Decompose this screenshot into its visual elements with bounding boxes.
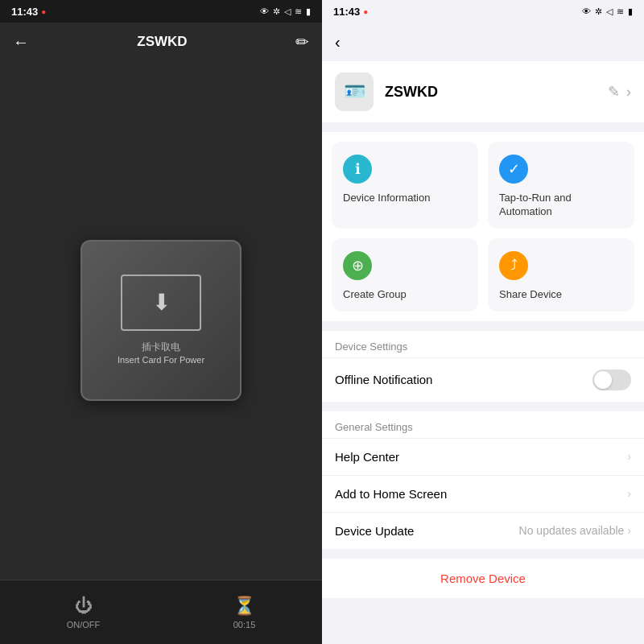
edit-icon[interactable]: ✎ xyxy=(608,83,620,101)
help-center-row[interactable]: Help Center › xyxy=(322,438,644,475)
general-settings-section: General Settings Help Center › Add to Ho… xyxy=(322,411,644,549)
timer-button[interactable]: ⏳ 00:15 xyxy=(233,596,256,630)
device-update-row[interactable]: Device Update No updates available › xyxy=(322,512,644,549)
right-status-dot: ● xyxy=(363,7,368,16)
help-center-chevron: › xyxy=(627,450,631,463)
device-settings-section: Device Settings Offline Notification xyxy=(322,331,644,402)
device-information-icon: ℹ xyxy=(343,155,372,184)
general-settings-title: General Settings xyxy=(322,411,644,438)
remove-device-button[interactable]: Remove Device xyxy=(440,572,526,585)
tap-to-run-label: Tap-to-Run and Automation xyxy=(499,192,623,219)
left-page-title: ZSWKD xyxy=(137,34,187,50)
card-text: 插卡取电 Insert Card For Power xyxy=(118,341,204,366)
sound-icon: ◁ xyxy=(284,6,291,17)
battery-icon-r: ▮ xyxy=(628,6,633,17)
features-grid: ℹ Device Information ✓ Tap-to-Run and Au… xyxy=(322,132,644,321)
bluetooth-icon: ✲ xyxy=(273,6,280,17)
device-update-value: No updates available › xyxy=(519,524,631,537)
share-device-label: Share Device xyxy=(499,288,623,302)
help-center-label: Help Center xyxy=(335,450,399,464)
offline-notification-row[interactable]: Offline Notification xyxy=(322,357,644,402)
left-status-dot: ● xyxy=(41,7,46,16)
share-device-icon: ⤴ xyxy=(499,251,528,280)
wifi-icon: ≋ xyxy=(295,6,302,17)
right-status-icons: 👁 ✲ ◁ ≋ ▮ xyxy=(582,6,633,17)
remove-device-row[interactable]: Remove Device xyxy=(322,559,644,598)
share-device-item[interactable]: ⤴ Share Device xyxy=(488,238,634,312)
eye-icon: 👁 xyxy=(260,6,269,16)
sound-icon-r: ◁ xyxy=(606,6,613,17)
left-status-icons: 👁 ✲ ◁ ≋ ▮ xyxy=(260,6,311,17)
right-time: 11:43 ● xyxy=(333,6,368,18)
timer-icon: ⏳ xyxy=(233,596,255,617)
power-label: ON/OFF xyxy=(67,620,101,630)
left-time: 11:43 ● xyxy=(11,6,46,18)
tap-to-run-icon: ✓ xyxy=(499,155,528,184)
power-button[interactable]: ⏻ ON/OFF xyxy=(67,596,101,630)
create-group-item[interactable]: ⊕ Create Group xyxy=(332,238,478,312)
add-home-screen-chevron: › xyxy=(627,487,631,500)
device-display: 插卡取电 Insert Card For Power xyxy=(0,61,322,580)
right-panel: 11:43 ● 👁 ✲ ◁ ≋ ▮ ‹ 🪪 ZSWKD ✎ › xyxy=(322,0,644,644)
add-home-screen-label: Add to Home Screen xyxy=(335,487,447,501)
offline-notification-label: Offline Notification xyxy=(335,373,432,386)
create-group-icon: ⊕ xyxy=(343,251,372,280)
left-bottom-bar: ⏻ ON/OFF ⏳ 00:15 xyxy=(0,580,322,644)
right-nav-bar: ‹ xyxy=(322,23,644,61)
left-panel: 11:43 ● 👁 ✲ ◁ ≋ ▮ ← ZSWKD ✏ 插卡取电 Insert … xyxy=(0,0,322,644)
eye-icon-r: 👁 xyxy=(582,6,591,16)
card-slot xyxy=(121,275,201,331)
device-information-label: Device Information xyxy=(343,192,467,205)
right-status-bar: 11:43 ● 👁 ✲ ◁ ≋ ▮ xyxy=(322,0,644,23)
left-nav-bar: ← ZSWKD ✏ xyxy=(0,23,322,61)
left-status-bar: 11:43 ● 👁 ✲ ◁ ≋ ▮ xyxy=(0,0,322,23)
card-reader-device: 插卡取电 Insert Card For Power xyxy=(80,240,242,401)
tap-to-run-item[interactable]: ✓ Tap-to-Run and Automation xyxy=(488,142,634,229)
device-header-actions: ✎ › xyxy=(608,83,631,101)
device-information-item[interactable]: ℹ Device Information xyxy=(332,142,478,229)
toggle-knob xyxy=(594,371,612,389)
device-update-chevron: › xyxy=(627,524,631,537)
battery-icon: ▮ xyxy=(306,6,311,17)
left-edit-button[interactable]: ✏ xyxy=(295,32,309,52)
device-name: ZSWKD xyxy=(385,84,597,101)
wifi-icon-r: ≋ xyxy=(617,6,624,17)
add-home-screen-row[interactable]: Add to Home Screen › xyxy=(322,475,644,512)
right-back-button[interactable]: ‹ xyxy=(335,33,341,52)
create-group-label: Create Group xyxy=(343,288,467,302)
scroll-content: 🪪 ZSWKD ✎ › ℹ Device Information ✓ xyxy=(322,61,644,644)
device-settings-title: Device Settings xyxy=(322,331,644,357)
bluetooth-icon-r: ✲ xyxy=(595,6,602,17)
device-update-label: Device Update xyxy=(335,524,414,538)
device-icon: 🪪 xyxy=(335,72,374,111)
arrow-right-icon: › xyxy=(626,84,631,101)
power-icon: ⏻ xyxy=(75,596,93,617)
device-header: 🪪 ZSWKD ✎ › xyxy=(322,61,644,122)
timer-label: 00:15 xyxy=(233,620,256,630)
left-back-button[interactable]: ← xyxy=(13,33,29,52)
offline-notification-toggle[interactable] xyxy=(592,369,631,390)
